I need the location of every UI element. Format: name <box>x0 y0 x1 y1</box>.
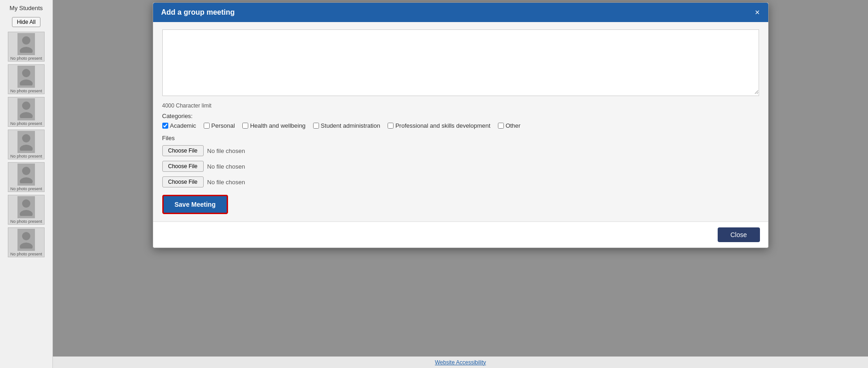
student-label: No photo present <box>10 252 42 256</box>
notes-textarea[interactable] <box>163 30 759 94</box>
categories-checkboxes: Academic Personal Health and wellbeing S… <box>162 122 759 129</box>
choose-file-button-3[interactable]: Choose File <box>162 176 204 187</box>
student-card: No photo present <box>8 195 45 225</box>
svg-point-12 <box>22 232 30 240</box>
file-row-1: Choose File No file chosen <box>162 145 759 156</box>
file-status-1: No file chosen <box>207 147 245 154</box>
modal-title: Add a group meeting <box>161 8 235 17</box>
svg-point-2 <box>22 69 30 77</box>
student-label: No photo present <box>10 56 42 61</box>
file-row-2: Choose File No file chosen <box>162 161 759 172</box>
student-card: No photo present <box>8 162 45 192</box>
file-row-3: Choose File No file chosen <box>162 176 759 187</box>
page-footer: Website Accessibility <box>53 357 868 368</box>
save-section: Save Meeting <box>162 195 759 214</box>
student-label: No photo present <box>10 121 42 126</box>
svg-point-1 <box>20 47 33 53</box>
files-label: Files <box>162 135 759 142</box>
svg-point-7 <box>20 145 33 151</box>
svg-point-5 <box>20 112 33 118</box>
student-card: No photo present <box>8 64 45 94</box>
student-label: No photo present <box>10 187 42 191</box>
other-checkbox[interactable] <box>498 123 504 129</box>
hide-all-button[interactable]: Hide All <box>12 17 41 27</box>
modal-close-x-button[interactable]: × <box>755 8 760 17</box>
student-admin-checkbox[interactable] <box>313 123 319 129</box>
categories-section: Categories: Academic Personal Health and… <box>162 113 759 129</box>
student-admin-label: Student administration <box>321 122 380 129</box>
category-health[interactable]: Health and wellbeing <box>242 122 306 129</box>
avatar <box>17 66 35 88</box>
modal-footer: Close <box>153 221 768 248</box>
choose-file-button-2[interactable]: Choose File <box>162 161 204 172</box>
svg-point-3 <box>20 79 33 85</box>
files-section: Files Choose File No file chosen Choose … <box>162 135 759 187</box>
notes-section <box>162 29 759 96</box>
svg-point-4 <box>22 102 30 110</box>
file-status-3: No file chosen <box>207 179 245 186</box>
student-label: No photo present <box>10 154 42 159</box>
avatar <box>17 98 35 120</box>
char-limit: 4000 Character limit <box>162 101 759 113</box>
save-meeting-button[interactable]: Save Meeting <box>162 195 228 214</box>
avatar <box>17 164 35 186</box>
personal-label: Personal <box>211 122 235 129</box>
professional-label: Professional and skills development <box>395 122 491 129</box>
category-personal[interactable]: Personal <box>204 122 235 129</box>
student-card: No photo present <box>8 97 45 127</box>
category-academic[interactable]: Academic <box>162 122 196 129</box>
svg-point-11 <box>20 210 33 216</box>
student-card: No photo present <box>8 227 45 257</box>
avatar <box>17 131 35 153</box>
student-label: No photo present <box>10 219 42 224</box>
modal-overlay: Add a group meeting × 4000 Character lim… <box>53 0 868 368</box>
modal-dialog: Add a group meeting × 4000 Character lim… <box>153 2 769 248</box>
professional-checkbox[interactable] <box>388 123 394 129</box>
svg-point-9 <box>20 177 33 183</box>
category-professional[interactable]: Professional and skills development <box>388 122 491 129</box>
avatar <box>17 229 35 251</box>
academic-checkbox[interactable] <box>162 123 168 129</box>
svg-point-13 <box>20 243 33 249</box>
health-checkbox[interactable] <box>242 123 248 129</box>
svg-point-6 <box>22 134 30 142</box>
svg-point-8 <box>22 167 30 175</box>
choose-file-button-1[interactable]: Choose File <box>162 145 204 156</box>
avatar <box>17 33 35 55</box>
close-button[interactable]: Close <box>718 227 760 242</box>
health-label: Health and wellbeing <box>250 122 306 129</box>
student-card: No photo present <box>8 32 45 62</box>
svg-point-10 <box>22 199 30 208</box>
sidebar: My Students Hide All No photo present No… <box>0 0 53 368</box>
other-label: Other <box>506 122 521 129</box>
sidebar-title: My Students <box>10 5 43 11</box>
personal-checkbox[interactable] <box>204 123 210 129</box>
academic-label: Academic <box>170 122 196 129</box>
modal-body: 4000 Character limit Categories: Academi… <box>153 22 768 221</box>
avatar <box>17 196 35 218</box>
category-student-admin[interactable]: Student administration <box>313 122 380 129</box>
svg-point-0 <box>22 36 30 45</box>
student-label: No photo present <box>10 89 42 93</box>
categories-label: Categories: <box>162 113 759 119</box>
website-accessibility-link[interactable]: Website Accessibility <box>435 359 486 366</box>
student-card: No photo present <box>8 130 45 159</box>
category-other[interactable]: Other <box>498 122 521 129</box>
modal-header: Add a group meeting × <box>153 3 768 22</box>
file-status-2: No file chosen <box>207 163 245 170</box>
